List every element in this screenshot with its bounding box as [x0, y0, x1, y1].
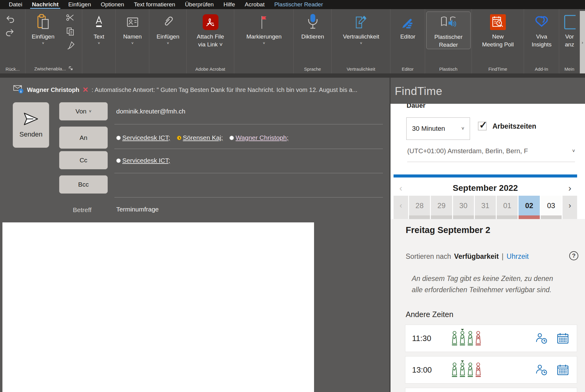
- sensitivity-icon: [354, 12, 368, 33]
- ribbon-button-label: Reader: [439, 41, 458, 49]
- menu-tab-hilfe[interactable]: Hilfe: [218, 0, 240, 9]
- ribbon-button-immersive[interactable]: PlastischerReader: [426, 12, 471, 49]
- menu-tab-acrobat[interactable]: Acrobat: [240, 0, 269, 9]
- timezone-select[interactable]: (UTC+01:00) Amsterdam, Berlin, Bern, F ˅: [407, 147, 575, 155]
- ribbon-button-tags[interactable]: Markierungen˅: [235, 12, 292, 46]
- menu-tab-plastischer-reader[interactable]: Plastischer Reader: [269, 0, 328, 9]
- to-field[interactable]: Servicedesk ICT;Sörensen Kaj;Wagner Chri…: [116, 131, 293, 145]
- menu-tab-datei[interactable]: Datei: [4, 0, 27, 9]
- sort-by-time-link[interactable]: Uhrzeit: [507, 252, 529, 261]
- subject-value: Terminumfrage: [116, 206, 159, 213]
- day-cell-31[interactable]: 31: [475, 196, 496, 219]
- ribbon-button-findtime[interactable]: NewMeeting Poll: [473, 12, 523, 49]
- ribbon-button-viva[interactable]: VivaInsights: [525, 12, 558, 49]
- time-slot-card[interactable]: 11:30: [405, 325, 577, 352]
- copy-icon[interactable]: [65, 27, 76, 36]
- day-cell-01[interactable]: 01: [497, 196, 518, 219]
- workhours-label: Arbeitszeiten: [492, 122, 536, 130]
- subject-label: Betreff: [73, 206, 91, 214]
- presence-icon: [229, 136, 234, 140]
- ribbon-button-clipboard[interactable]: Einfügen˅: [28, 12, 58, 46]
- recipient[interactable]: Servicedesk ICT;: [116, 157, 170, 164]
- redo-icon[interactable]: [5, 28, 15, 38]
- subject-field[interactable]: Terminumfrage: [116, 204, 159, 215]
- ribbon-group-label-text: Vertraulichkeit: [347, 66, 375, 72]
- menu-tab-nachricht[interactable]: Nachricht: [27, 0, 63, 9]
- menu-tab-text-formatieren[interactable]: Text formatieren: [129, 0, 180, 9]
- flag-icon: [259, 12, 269, 33]
- ribbon-button-sensitivity[interactable]: Vertraulichkeit˅: [333, 12, 389, 46]
- chevron-down-icon: ˅: [167, 41, 169, 46]
- ribbon-button-editor[interactable]: Editor: [392, 12, 424, 41]
- recipient-link[interactable]: Servicedesk ICT;: [122, 134, 170, 141]
- envelope-info-icon: [13, 84, 24, 95]
- attendees-schedule-icon[interactable]: [536, 332, 548, 344]
- time-slot-card[interactable]: 13:00: [405, 356, 577, 384]
- field-separator: [114, 149, 383, 149]
- day-cell-29[interactable]: 29: [431, 196, 452, 219]
- attendees-schedule-icon[interactable]: [536, 364, 548, 376]
- ribbon-overflow-strip[interactable]: ›: [580, 11, 585, 73]
- next-month-icon[interactable]: ›: [563, 182, 577, 194]
- workhours-checkbox[interactable]: ✓: [478, 122, 487, 130]
- templates-partial-icon: [563, 12, 576, 33]
- menu-tab-einf-gen[interactable]: Einfügen: [63, 0, 96, 9]
- from-button[interactable]: Von ˅: [59, 102, 108, 120]
- dismiss-infobar-icon[interactable]: ✕: [83, 86, 89, 93]
- to-button[interactable]: An: [59, 127, 108, 149]
- next-days-button[interactable]: ›: [563, 196, 577, 219]
- ribbon-button-names[interactable]: Namen˅: [117, 12, 148, 46]
- scissors-icon[interactable]: [65, 13, 76, 22]
- format-painter-icon[interactable]: [65, 41, 76, 50]
- recipient-link[interactable]: Sörensen Kaj;: [183, 134, 223, 141]
- time-slot-card[interactable]: [405, 388, 577, 392]
- dialog-launcher-icon[interactable]: [68, 66, 73, 72]
- cc-button[interactable]: Cc: [59, 151, 108, 169]
- previous-month-icon[interactable]: ‹: [394, 182, 408, 194]
- bcc-button[interactable]: Bcc: [59, 175, 108, 194]
- recipient[interactable]: Wagner Christoph;: [229, 134, 288, 141]
- ribbon-group-speech: DiktierenSprache: [294, 9, 332, 73]
- add-to-calendar-icon[interactable]: [557, 364, 569, 376]
- ribbon-group-label: Vertraulichkeit: [332, 66, 390, 72]
- cc-field[interactable]: Servicedesk ICT;: [116, 154, 174, 167]
- from-field[interactable]: dominik.kreuter@fmh.ch: [116, 104, 185, 118]
- sort-by-availability[interactable]: Verfügbarkeit: [454, 252, 499, 261]
- autoreply-message: : Automatische Antwort: " Guten Tag Best…: [92, 86, 357, 93]
- add-to-calendar-icon[interactable]: [557, 332, 569, 344]
- attendee-unavailable-icon: [475, 329, 482, 348]
- day-number: 30: [453, 196, 474, 215]
- send-button[interactable]: Senden: [13, 102, 49, 148]
- ribbon: › Rück...Einfügen˅Zwischenabla...Text˅Na…: [0, 9, 585, 73]
- accent-bar: [394, 174, 577, 177]
- duration-select[interactable]: 30 Minuten ˅: [406, 117, 470, 140]
- message-body[interactable]: [2, 222, 314, 392]
- ribbon-group-label-text: Add-In: [535, 66, 548, 72]
- ribbon-button-adobe[interactable]: Attach Filevia Link ˅: [188, 12, 233, 49]
- ribbon-button-label: Namen: [123, 33, 142, 41]
- previous-days-button[interactable]: ‹: [394, 196, 408, 219]
- undo-icon[interactable]: [5, 15, 15, 24]
- day-cell-30[interactable]: 30: [453, 196, 474, 219]
- ribbon-button-text[interactable]: Text˅: [83, 12, 114, 46]
- menu-tab--berpr-fen[interactable]: Überprüfen: [180, 0, 218, 9]
- day-cell-28[interactable]: 28: [409, 196, 430, 219]
- slot-time: 13:00: [412, 357, 432, 383]
- menu-tab-optionen[interactable]: Optionen: [96, 0, 129, 9]
- day-cell-02[interactable]: 02: [519, 196, 539, 219]
- ribbon-button-templates[interactable]: Voranz: [560, 12, 579, 49]
- ribbon-button-attach[interactable]: Einfügen˅: [150, 12, 185, 46]
- question-mark: ?: [572, 252, 576, 259]
- recipient-link[interactable]: Wagner Christoph;: [235, 134, 288, 141]
- ribbon-group-label: Sprache: [294, 66, 331, 72]
- day-cell-03[interactable]: 03: [541, 196, 562, 219]
- recipient[interactable]: Servicedesk ICT;: [116, 134, 170, 141]
- help-icon[interactable]: ?: [569, 251, 578, 260]
- ribbon-button-speech[interactable]: Diktieren: [295, 12, 330, 41]
- ribbon-button-label: anz: [565, 41, 574, 49]
- findtime-panel: FindTime Dauer 30 Minuten ˅ ✓ Arbeitszei…: [391, 78, 585, 392]
- chevron-right-icon: ›: [563, 196, 577, 215]
- recipient-link[interactable]: Servicedesk ICT;: [122, 157, 170, 164]
- recipient[interactable]: Sörensen Kaj;: [177, 134, 223, 141]
- text-style-icon: [93, 12, 104, 33]
